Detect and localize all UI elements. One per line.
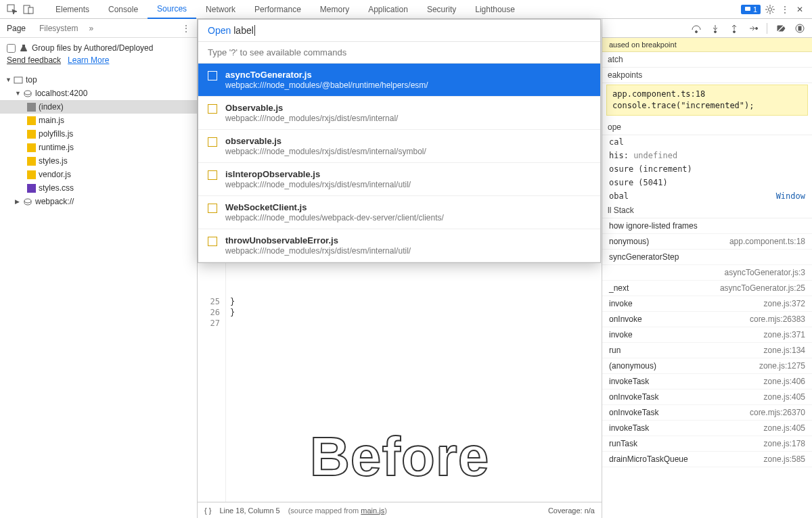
stack-frame[interactable]: invokezone.js:371 xyxy=(602,327,812,343)
file-icon xyxy=(27,184,36,193)
more-tabs-icon[interactable]: » xyxy=(85,24,97,33)
tab-network[interactable]: Network xyxy=(196,0,245,19)
group-files-checkbox[interactable] xyxy=(7,44,16,53)
deactivate-breakpoints-icon[interactable] xyxy=(775,23,786,34)
callstack-section[interactable]: ll Stack xyxy=(602,203,812,218)
debugger-pane: aused on breakpoint atch eakpoints app.c… xyxy=(602,19,812,518)
tree-file[interactable]: styles.css xyxy=(0,181,197,195)
popup-result[interactable]: observable.jswebpack:///node_modules/rxj… xyxy=(198,130,600,163)
stack-frame[interactable]: invokeTaskzone.js:405 xyxy=(602,421,812,436)
close-icon[interactable]: ✕ xyxy=(794,4,805,15)
svg-point-4 xyxy=(769,7,772,11)
step-into-icon[interactable] xyxy=(710,23,721,34)
breakpoints-section[interactable]: eakpoints xyxy=(602,68,812,83)
stack-frame[interactable]: asyncToGenerator.js:3 xyxy=(602,265,812,281)
learn-more-link[interactable]: Learn More xyxy=(68,55,109,65)
svg-rect-5 xyxy=(14,77,22,83)
issues-badge[interactable]: 1 xyxy=(741,5,761,14)
tree-file[interactable]: runtime.js xyxy=(0,141,197,154)
file-icon xyxy=(208,170,217,180)
nav-menu-icon[interactable]: ⋮ xyxy=(182,24,197,33)
scope-closure[interactable]: osure (increment) xyxy=(602,162,812,176)
tree-file[interactable]: main.js xyxy=(0,114,197,127)
gear-icon[interactable] xyxy=(765,4,775,15)
tree-file[interactable]: polyfills.js xyxy=(0,127,197,141)
popup-result[interactable]: asyncToGenerator.jswebpack:///node_modul… xyxy=(198,64,600,97)
tree-top[interactable]: ▼top xyxy=(0,73,197,87)
stack-frame[interactable]: drainMicroTaskQueuezone.js:585 xyxy=(602,452,812,467)
tab-performance[interactable]: Performance xyxy=(245,0,311,19)
file-icon xyxy=(208,71,217,80)
file-icon xyxy=(208,204,217,213)
popup-result[interactable]: throwUnobservableError.jswebpack:///node… xyxy=(198,229,600,262)
group-files-label: Group files by Authored/Deployed xyxy=(32,43,153,53)
stack-frame[interactable]: syncGeneratorStep xyxy=(602,250,812,265)
svg-point-6 xyxy=(24,91,31,95)
tree-file[interactable]: styles.js xyxy=(0,154,197,168)
popup-result[interactable]: WebSocketClient.jswebpack:///node_module… xyxy=(198,196,600,229)
stack-frame[interactable]: runTaskzone.js:178 xyxy=(602,436,812,452)
popup-result[interactable]: Observable.jswebpack:///node_modules/rxj… xyxy=(198,97,600,130)
open-file-input[interactable]: Openlabel xyxy=(198,20,600,42)
step-out-icon[interactable] xyxy=(729,23,740,34)
scope-section[interactable]: ope xyxy=(602,120,812,135)
status-bar: { } Line 18, Column 5 (source mapped fro… xyxy=(198,502,602,518)
scope-closure[interactable]: osure (5041) xyxy=(602,176,812,189)
stack-frame[interactable]: invokezone.js:372 xyxy=(602,296,812,312)
stack-frame[interactable]: onInvokeTaskzone.js:405 xyxy=(602,390,812,405)
popup-hint: Type '?' to see available commands xyxy=(198,42,600,64)
svg-point-11 xyxy=(756,27,758,29)
svg-point-8 xyxy=(696,30,698,32)
scope-local[interactable]: cal xyxy=(602,135,812,149)
flask-icon xyxy=(20,44,28,52)
tree-file[interactable]: vendor.js xyxy=(0,168,197,181)
tree-host[interactable]: ▼localhost:4200 xyxy=(0,87,197,100)
cursor-position: Line 18, Column 5 xyxy=(219,507,279,515)
stack-frame[interactable]: onInvokecore.mjs:26383 xyxy=(602,312,812,327)
file-tree: ▼top ▼localhost:4200 (index)main.jspolyf… xyxy=(0,70,197,518)
stack-frame[interactable]: _nextasyncToGenerator.js:25 xyxy=(602,281,812,296)
svg-rect-15 xyxy=(800,26,802,30)
tab-memory[interactable]: Memory xyxy=(311,0,359,19)
svg-point-10 xyxy=(734,30,736,32)
svg-rect-14 xyxy=(798,26,800,30)
popup-result[interactable]: isInteropObservable.jswebpack:///node_mo… xyxy=(198,163,600,196)
tab-security[interactable]: Security xyxy=(418,0,466,19)
stack-frame[interactable]: nonymous)app.component.ts:18 xyxy=(602,234,812,250)
tree-webpack[interactable]: ▶webpack:// xyxy=(0,195,197,208)
file-icon xyxy=(208,137,217,147)
inspect-icon[interactable] xyxy=(7,4,18,15)
scope-this: his: undefined xyxy=(602,149,812,162)
pretty-print-icon[interactable]: { } xyxy=(204,507,211,515)
stack-frame[interactable]: runzone.js:134 xyxy=(602,343,812,358)
tab-sources[interactable]: Sources xyxy=(148,0,196,19)
page-tab[interactable]: Page xyxy=(0,20,32,37)
tab-lighthouse[interactable]: Lighthouse xyxy=(466,0,524,19)
breakpoint-entry[interactable]: app.component.ts:18 console.trace("incre… xyxy=(606,85,808,116)
file-icon xyxy=(27,116,36,125)
source-mapped: (source mapped from main.js) xyxy=(288,507,387,515)
stack-frame[interactable]: (anonymous)zone.js:1275 xyxy=(602,358,812,374)
stack-frame[interactable]: onInvokeTaskcore.mjs:26370 xyxy=(602,405,812,421)
tree-file[interactable]: (index) xyxy=(0,100,197,114)
file-icon xyxy=(208,104,217,114)
kebab-menu-icon[interactable]: ⋮ xyxy=(780,4,790,15)
pause-exceptions-icon[interactable] xyxy=(794,23,805,34)
navigator-pane: Page Filesystem » ⋮ Group files by Autho… xyxy=(0,19,198,518)
tab-console[interactable]: Console xyxy=(99,0,148,19)
filesystem-tab[interactable]: Filesystem xyxy=(32,20,85,37)
device-toggle-icon[interactable] xyxy=(23,4,34,15)
file-icon xyxy=(27,103,36,112)
watch-section[interactable]: atch xyxy=(602,52,812,68)
file-icon xyxy=(27,143,36,152)
step-over-icon[interactable] xyxy=(691,23,702,34)
stack-frame[interactable]: invokeTaskzone.js:406 xyxy=(602,374,812,390)
ignore-listed-toggle[interactable]: how ignore-listed frames xyxy=(602,218,812,234)
tab-application[interactable]: Application xyxy=(359,0,418,19)
send-feedback-link[interactable]: Send feedback xyxy=(7,55,61,65)
step-icon[interactable] xyxy=(748,23,759,34)
file-icon xyxy=(27,157,36,166)
tab-elements[interactable]: Elements xyxy=(46,0,99,19)
svg-rect-2 xyxy=(28,7,33,14)
scope-global[interactable]: obalWindow xyxy=(602,189,812,203)
